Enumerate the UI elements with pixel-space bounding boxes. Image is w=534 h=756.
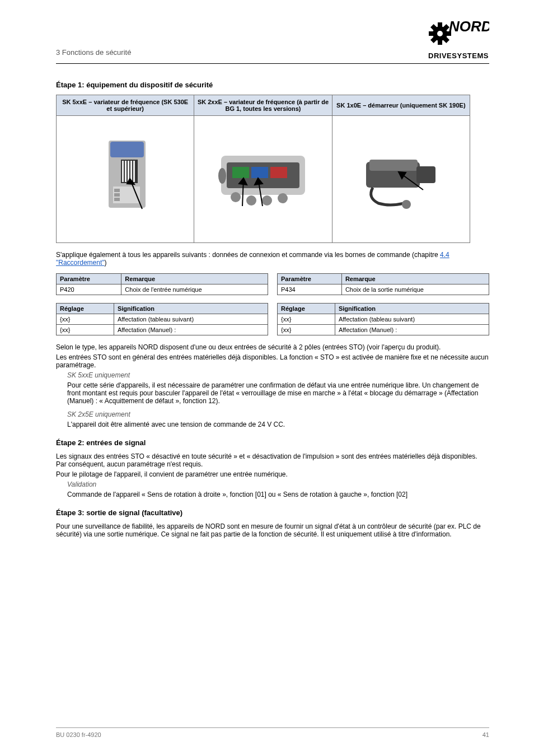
- paragraph: Commande de l'appareil « Sens de rotatio…: [67, 491, 489, 498]
- table-row: P434 Choix de la sortie numérique: [278, 284, 489, 295]
- sk190e-image-cell: [332, 116, 470, 243]
- step2-heading: Étape 2: entrées de signal: [56, 438, 489, 447]
- table-row: P420 Choix de l'entrée numérique: [57, 284, 268, 295]
- svg-rect-27: [232, 167, 249, 178]
- device-table-header-sk5xxe: SK 5xxE – variateur de fréquence (SK 530…: [57, 95, 194, 116]
- device-table: SK 5xxE – variateur de fréquence (SK 530…: [56, 95, 470, 243]
- nord-logo-block: NORD DRIVESYSTEMS: [428, 17, 489, 60]
- paragraph: Pour le pilotage de l'appareil, il convi…: [56, 470, 489, 478]
- setting-right-head-p: Réglage: [278, 304, 335, 314]
- sk5xxe-image-cell: [57, 116, 194, 243]
- svg-point-31: [246, 195, 256, 206]
- svg-point-32: [262, 195, 272, 206]
- svg-rect-7: [429, 31, 434, 36]
- svg-rect-41: [416, 166, 435, 183]
- svg-point-9: [437, 31, 443, 36]
- sk2xxe-device-image: [210, 139, 316, 217]
- p434-head-note: Remarque: [341, 274, 489, 284]
- step3-heading: Étape 3: sortie de signal (facultative): [56, 508, 489, 517]
- svg-text:NORD: NORD: [449, 18, 489, 35]
- paragraph: L'appareil doit être alimenté avec une t…: [67, 421, 489, 428]
- device-table-header-sk2xxe: SK 2xxE – variateur de fréquence (à part…: [194, 95, 332, 116]
- paragraph: Pour cette série d'appareils, il est néc…: [67, 381, 489, 405]
- svg-rect-18: [133, 161, 135, 182]
- svg-rect-21: [114, 193, 120, 197]
- sk2xxe-image-cell: [194, 116, 332, 243]
- table-row: {xx} Affectation (tableau suivant): [278, 314, 489, 325]
- param-table-p434: Paramètre Remarque P434 Choix de la sort…: [277, 273, 489, 295]
- sk2x5e-only-label: SK 2x5E uniquement: [67, 410, 489, 418]
- drivesystems-label: DRIVESYSTEMS: [428, 52, 489, 60]
- p420-head-note: Remarque: [121, 274, 268, 284]
- p434-head-param: Paramètre: [278, 274, 342, 284]
- svg-rect-5: [438, 39, 442, 45]
- header-divider: [56, 63, 489, 64]
- setting-right-head-v: Signification: [335, 304, 489, 314]
- sk190e-device-image: [350, 142, 451, 214]
- svg-point-30: [231, 192, 241, 202]
- svg-rect-28: [251, 167, 268, 178]
- paragraph: Les signaux des entrées STO « désactivé …: [56, 452, 489, 468]
- step1-heading: Étape 1: équipement du dispositif de séc…: [56, 81, 489, 89]
- svg-point-34: [218, 168, 226, 184]
- nord-gear-logo-icon: NORD: [428, 17, 489, 50]
- device-table-header-sk1x0e: SK 1x0E – démarreur (uniquement SK 190E): [332, 95, 470, 116]
- table-row: {xx} Affectation (Manuel) :: [57, 325, 268, 335]
- svg-rect-14: [122, 161, 124, 182]
- table-row: {xx} Affectation (tableau suivant): [57, 314, 268, 325]
- applies-to-text: S'applique également à tous les appareil…: [56, 251, 489, 267]
- svg-rect-40: [369, 160, 418, 171]
- paragraph: Les entrées STO sont en général des entr…: [56, 353, 489, 369]
- setting-left-head-p: Réglage: [57, 304, 114, 314]
- paragraph: Selon le type, les appareils NORD dispos…: [56, 343, 489, 351]
- breadcrumb: 3 Fonctions de sécurité: [56, 48, 131, 60]
- setting-left-head-v: Signification: [114, 304, 268, 314]
- svg-rect-15: [125, 161, 127, 182]
- table-row: {xx} Affectation (Manuel) :: [278, 325, 489, 335]
- svg-rect-1: [438, 22, 442, 28]
- svg-rect-22: [114, 198, 120, 201]
- paragraph: Pour une surveillance de fiabilité, les …: [56, 522, 489, 538]
- svg-point-42: [402, 200, 411, 209]
- validation-label: Validation: [67, 480, 489, 488]
- svg-point-33: [278, 193, 288, 203]
- param-table-setting-left: Réglage Signification {xx} Affectation (…: [56, 303, 268, 335]
- p420-head-param: Paramètre: [57, 274, 121, 284]
- param-table-p420: Paramètre Remarque P420 Choix de l'entré…: [56, 273, 268, 295]
- footer-doc-id: BU 0230 fr-4920: [56, 731, 101, 738]
- svg-rect-16: [128, 161, 129, 182]
- param-table-setting-right: Réglage Signification {xx} Affectation (…: [277, 303, 489, 335]
- svg-rect-29: [270, 167, 287, 178]
- sk5xxe-only-label: SK 5xxE uniquement: [67, 371, 489, 379]
- svg-rect-12: [110, 142, 144, 157]
- sk5xxe-device-image: [86, 130, 165, 226]
- footer-page-number: 41: [483, 731, 489, 738]
- svg-rect-20: [114, 189, 120, 192]
